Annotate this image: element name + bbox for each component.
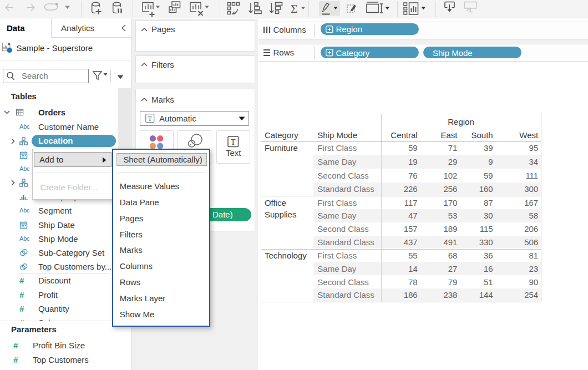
svg-text:T: T — [231, 137, 236, 146]
svg-text:Σ: Σ — [291, 2, 298, 16]
svg-text:T: T — [148, 115, 152, 122]
